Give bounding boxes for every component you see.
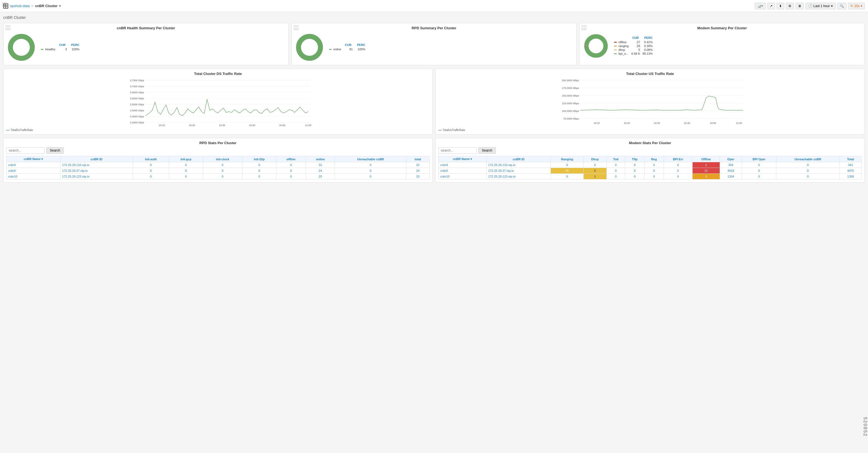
- modem-col-name[interactable]: cnBR Name ▾: [439, 156, 487, 162]
- chart-add-icon: 📊+: [757, 4, 763, 8]
- modem-col-tod[interactable]: Tod: [607, 156, 625, 162]
- us-legend-label: TotalUsTrafficRate: [443, 129, 465, 132]
- share-button[interactable]: ↗: [767, 3, 775, 9]
- rpd-legend-cur-0: 81: [343, 47, 353, 51]
- svg-text:3.5000 Gbps: 3.5000 Gbps: [130, 109, 144, 112]
- rpd-info-icon[interactable]: i: [294, 26, 298, 30]
- modem-col-reg[interactable]: Reg: [645, 156, 664, 162]
- rpd-table-row: cnbr6 172.25.29.37.nip.io 0 0 0 0 0 24 0…: [6, 168, 430, 174]
- time-range-button[interactable]: 🕐 Last 1 hour ▾: [805, 3, 836, 9]
- rpd-legend-label-0: online: [333, 47, 341, 51]
- ds-traffic-chart-area: 3.7500 Gbps 3.7000 Gbps 3.6500 Gbps 3.60…: [6, 77, 430, 127]
- rpd-row-init-l2tp: 0: [242, 168, 276, 174]
- modem-stats-info-icon[interactable]: i: [2, 2, 6, 6]
- rpd-row-name[interactable]: cnbr10: [6, 174, 60, 180]
- svg-text:10:50: 10:50: [710, 122, 716, 125]
- rpd-col-total[interactable]: total: [406, 156, 429, 162]
- modem-row-bpi-err: 0: [663, 162, 692, 168]
- rpd-row-id[interactable]: 172.25.29.123.nip.io: [60, 174, 133, 180]
- rpd-row-name[interactable]: cnbr6: [6, 168, 60, 174]
- modem-row-tod: 0: [607, 168, 625, 174]
- health-info-icon[interactable]: i: [6, 26, 10, 30]
- svg-text:3.7000 Gbps: 3.7000 Gbps: [130, 85, 144, 88]
- svg-text:150.0000 Mbps: 150.0000 Mbps: [562, 94, 579, 97]
- rpd-col-init-l2tp[interactable]: init-l2tp: [242, 156, 276, 162]
- health-legend: CUR PERC Healthy 3 100%: [41, 43, 80, 52]
- modem-col-id[interactable]: cnBR ID: [487, 156, 551, 162]
- modem-col-offline[interactable]: Offline: [692, 156, 720, 162]
- modem-col-oper[interactable]: Oper: [720, 156, 742, 162]
- rpd-perc-header: PERC: [357, 43, 365, 46]
- modem-row-id[interactable]: 172.25.29.37.nip.io: [487, 168, 551, 174]
- modem-col-unreachable[interactable]: Unreachable cnBR: [776, 156, 840, 162]
- modem-legend-perc-1: 0.39%: [642, 44, 653, 47]
- modem-row-tftp: 0: [625, 174, 645, 180]
- modem-legend-dot-3: [614, 53, 617, 54]
- rpd-summary-panel: i RPD Summary Per Cluster CUR PERC onlin…: [291, 23, 577, 65]
- rpd-col-init-clock[interactable]: init-clock: [203, 156, 242, 162]
- rpd-row-name[interactable]: cnbr9: [6, 162, 60, 168]
- modem-row-name[interactable]: cnbr6: [439, 168, 487, 174]
- rpd-row-id[interactable]: 172.25.29.110.nip.io: [60, 162, 133, 168]
- modem-row-id[interactable]: 172.25.29.110.nip.io: [487, 162, 551, 168]
- rpd-col-id[interactable]: cnBR ID: [60, 156, 133, 162]
- modem-search-input[interactable]: [438, 147, 477, 154]
- rpd-stats-panel: i RPD Stats Per Cluster Search cnBR Name…: [3, 138, 433, 183]
- modem-row-name[interactable]: cnbr10: [439, 174, 487, 180]
- modem-col-bpi-err[interactable]: BPI Err: [663, 156, 692, 162]
- rpd-col-name[interactable]: cnBR Name ▾: [6, 156, 60, 162]
- modem-col-bpi-oper[interactable]: BPI Oper: [742, 156, 776, 162]
- modem-row-tod: 0: [607, 162, 625, 168]
- modem-legend-row-1: ranging 26 0.39%: [614, 44, 653, 47]
- download-button[interactable]: ⬇: [777, 3, 784, 9]
- monitor-button[interactable]: 🖥: [796, 3, 804, 9]
- refresh-button[interactable]: ↻ 10s ▾: [848, 3, 865, 9]
- breadcrumb-opshub[interactable]: opshub-data: [10, 4, 30, 8]
- search-button[interactable]: 🔍: [837, 3, 846, 9]
- health-perc-header: PERC: [71, 43, 80, 46]
- svg-text:10:10: 10:10: [593, 122, 600, 125]
- svg-text:3.4000 Gbps: 3.4000 Gbps: [130, 121, 144, 124]
- rpd-search-button[interactable]: Search: [46, 147, 64, 154]
- modem-row-total: 361: [840, 162, 862, 168]
- modem-col-dhcp[interactable]: Dhcp: [583, 156, 607, 162]
- rpd-col-unreachable[interactable]: Unreachable cnBR: [335, 156, 406, 162]
- modem-col-total[interactable]: Total: [840, 156, 862, 162]
- modem-col-tftp[interactable]: Tftp: [625, 156, 645, 162]
- modem-col-ranging[interactable]: Ranging: [551, 156, 583, 162]
- dropdown-arrow[interactable]: ▾: [59, 4, 61, 8]
- breadcrumb-cluster[interactable]: cnBR Cluster: [35, 4, 58, 8]
- rpd-row-id[interactable]: 172.25.29.37.nip.io: [60, 168, 133, 174]
- modem-row-id[interactable]: 172.25.29.123.nip.io: [487, 174, 551, 180]
- modem-legend-row-0: offline 27 0.41%: [614, 40, 653, 44]
- rpd-col-init-gcp[interactable]: init-gcp: [169, 156, 203, 162]
- chart-add-button[interactable]: 📊+: [755, 3, 766, 9]
- rpd-row-init-clock: 0: [203, 174, 242, 180]
- rpd-table-header: cnBR Name ▾ cnBR ID init-auth init-gcp i…: [6, 156, 430, 162]
- ds-legend-dot: [6, 130, 9, 130]
- rpd-row-init-gcp: 0: [169, 162, 203, 168]
- health-legend-perc-0: 100%: [68, 47, 80, 51]
- rpd-donut-chart: [294, 32, 324, 62]
- refresh-interval-label: 10s: [854, 4, 860, 8]
- svg-text:175.0000 Mbps: 175.0000 Mbps: [562, 87, 579, 90]
- rpd-col-offline[interactable]: offline: [276, 156, 306, 162]
- modem-row-name[interactable]: cnbr9: [439, 162, 487, 168]
- rpd-col-online[interactable]: online: [306, 156, 335, 162]
- modem-summary-panel: i Modem Summary Per Cluster CUR PERC: [579, 23, 865, 65]
- rpd-row-init-clock: 0: [203, 168, 242, 174]
- modem-row-bpi-err: 0: [663, 174, 692, 180]
- modem-row-reg: 0: [645, 174, 664, 180]
- rpd-row-init-auth: 0: [133, 168, 169, 174]
- modem-row-dhcp: 1: [583, 174, 607, 180]
- settings-button[interactable]: ⚙: [786, 3, 794, 9]
- modem-search-button[interactable]: Search: [478, 147, 496, 154]
- rpd-search-input[interactable]: [6, 147, 44, 154]
- rpd-legend-dot-0: [329, 49, 332, 50]
- modem-info-icon[interactable]: i: [582, 26, 586, 30]
- rpd-col-init-auth[interactable]: init-auth: [133, 156, 169, 162]
- svg-text:10:20: 10:20: [189, 124, 195, 127]
- health-summary-panel: i cnBR Health Summary Per Cluster CUR PE…: [3, 23, 289, 65]
- modem-legend-cur-0: 27: [630, 40, 640, 44]
- modem-row-tftp: 0: [625, 162, 645, 168]
